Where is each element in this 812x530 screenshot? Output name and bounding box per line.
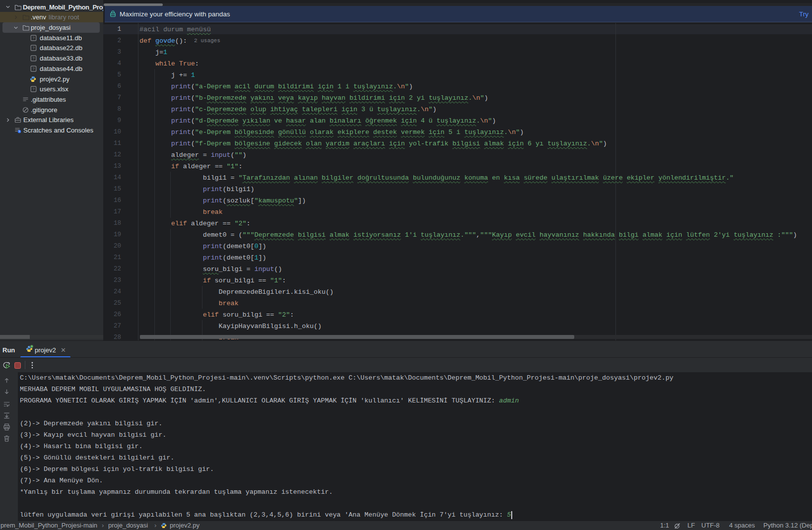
svg-text:?: ? [32, 36, 35, 40]
svg-text:?: ? [32, 66, 35, 71]
svg-text:?: ? [32, 46, 35, 51]
svg-text:?: ? [32, 87, 35, 91]
svg-text:?: ? [32, 56, 35, 61]
